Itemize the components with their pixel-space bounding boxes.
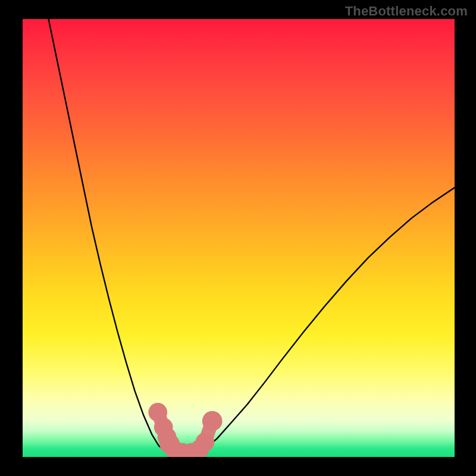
marker-dot xyxy=(202,411,223,431)
bottleneck-curve-path xyxy=(49,19,455,456)
bottleneck-curve xyxy=(49,19,455,456)
watermark-label: TheBottleneck.com xyxy=(345,4,468,19)
marker-dot xyxy=(196,433,215,452)
chart-frame: TheBottleneck.com xyxy=(0,0,476,476)
chart-svg-layer xyxy=(23,19,455,457)
plot-area xyxy=(23,19,455,457)
highlight-markers xyxy=(148,403,222,457)
